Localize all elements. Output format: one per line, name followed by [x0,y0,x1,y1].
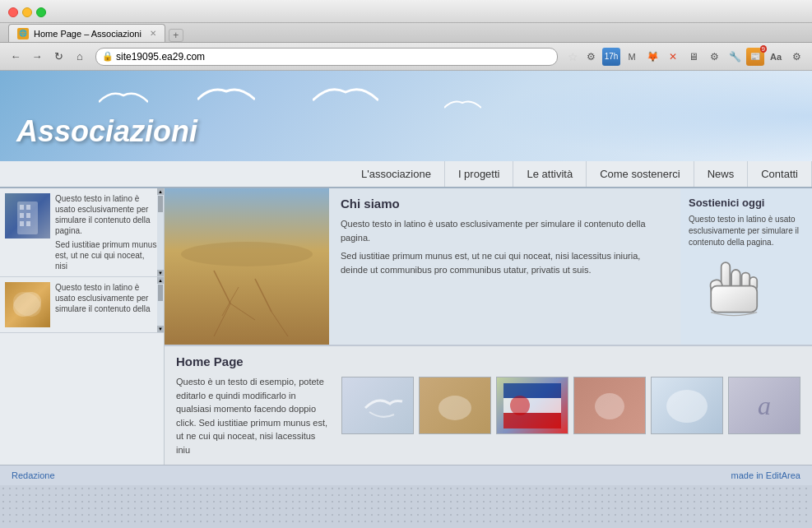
toolbar-btn-5[interactable]: 🖥 [684,48,703,66]
svg-point-23 [438,396,471,420]
nav-item-attivita[interactable]: Le attività [513,161,587,187]
left-sidebar: Questo testo in latino è usato esclusiva… [0,188,165,465]
thumb-hands-svg [426,383,484,428]
svg-rect-3 [20,213,24,218]
browser-chrome: 🌐 Home Page – Associazioni ✕ + ← → ↻ ⌂ 🔒… [0,0,812,71]
nav-item-progetti[interactable]: I progetti [445,161,514,187]
homepage-thumbs: a [341,354,800,456]
sidebar-item-2: Questo testo in latino è usato esclusiva… [0,277,164,333]
new-tab-button[interactable]: + [169,29,183,42]
sidebar-scrollbar-2[interactable]: ▲ ▼ [157,277,164,332]
thumb-3[interactable] [496,377,568,434]
center-content: Chi siamo Questo testo in latino è usato… [165,188,680,345]
thumb-6[interactable]: a [728,377,800,434]
main-content: Questo testo in latino è usato esclusiva… [0,188,812,465]
toolbar-btn-1[interactable]: ⚙ [582,48,600,66]
toolbar-btn-clock[interactable]: 17h [602,48,620,66]
seagull-1-icon [99,86,148,110]
chi-siamo-box: Chi siamo Questo testo in latino è usato… [329,188,680,345]
tab-title: Home Page – Associazioni [34,29,142,39]
content-top: Chi siamo Questo testo in latino è usato… [165,188,680,345]
toolbar-btn-aa[interactable]: Aa [767,48,785,66]
thumb-hug-svg [581,383,638,428]
svg-point-28 [595,393,624,419]
address-input[interactable] [95,48,558,66]
close-button[interactable] [8,7,18,17]
leaf-svg [5,282,50,327]
svg-rect-5 [20,221,24,226]
sidebar-item-1: Questo testo in latino è usato esclusiva… [0,188,164,277]
browser-toolbar: ← → ↻ ⌂ 🔒 ☆ ⚙ 17h M 🦊 ✕ 🖥 ⚙ 🔧 9 📰 Aa ⚙ [0,43,812,71]
scroll-up-btn[interactable]: ▲ [157,188,164,195]
svg-point-29 [666,390,708,423]
building-svg [5,193,50,239]
sostieni-text: Questo testo in latino è usato esclusiva… [689,214,804,248]
thumb-flag-svg [503,383,561,428]
toolbar-btn-gmail[interactable]: M [623,48,641,66]
nav-item-news[interactable]: News [694,161,749,187]
site-header: Associazioni [0,71,812,161]
homepage-left: Home Page Questo è un testo di esempio, … [176,354,330,456]
home-button[interactable]: ⌂ [71,48,89,66]
nav-item-contatti[interactable]: Contatti [748,161,812,187]
svg-rect-4 [26,213,30,218]
content-image [165,188,329,345]
bookmark-star-icon[interactable]: ☆ [568,50,578,63]
thumb-a-letter: a [758,391,771,421]
minimize-button[interactable] [22,7,32,17]
toolbar-btn-6[interactable]: ⚙ [705,48,723,66]
thumb-2[interactable] [419,377,491,434]
window-controls [8,7,46,17]
sidebar-item-1-text: Questo testo in latino è usato esclusiva… [55,193,159,236]
nav-item-associazione[interactable]: L'associazione [348,161,445,187]
seagull-4-icon [444,95,481,113]
browser-titlebar [0,0,812,23]
footer-made-in-prefix: made in [731,470,766,480]
reload-button[interactable]: ↻ [49,48,67,66]
nav-item-sostenerci[interactable]: Come sostenerci [587,161,694,187]
sidebar-thumb-2 [5,282,50,327]
sidebar-scrollbar-1[interactable]: ▲ ▼ [157,188,164,276]
scroll-down-btn[interactable]: ▼ [157,270,164,276]
scroll-thumb [158,196,163,212]
svg-rect-26 [503,413,561,428]
thumb-light-svg [658,383,716,428]
seagull-2-icon [197,79,255,108]
dot-background [0,485,812,526]
toolbar-btn-4[interactable]: ✕ [664,48,682,66]
center-right-wrap: Chi siamo Questo testo in latino è usato… [165,188,812,465]
footer-redazione[interactable]: Redazione [12,470,55,480]
sostieni-title: Sostienici oggi [689,197,804,209]
footer-editarea-link[interactable]: EditArea [766,470,800,480]
address-bar-lock-icon: 🔒 [102,51,114,62]
toolbar-btn-menu[interactable]: ⚙ [787,48,805,66]
address-bar-wrap: 🔒 [95,48,558,66]
back-button[interactable]: ← [7,48,25,66]
hand-cursor-icon [689,257,763,322]
desert-svg [165,188,329,345]
toolbar-btn-3[interactable]: 🦊 [643,48,661,66]
tab-favicon: 🌐 [17,28,29,39]
thumb-1[interactable] [341,377,414,434]
active-tab[interactable]: 🌐 Home Page – Associazioni ✕ [8,24,165,42]
toolbar-btn-7[interactable]: 🔧 [726,48,744,66]
svg-rect-2 [26,205,30,210]
maximize-button[interactable] [36,7,46,17]
thumb-bird-svg [349,383,406,428]
tab-bar: 🌐 Home Page – Associazioni ✕ + [0,23,812,43]
chi-siamo-para1: Questo testo in latino è usato esclusiva… [341,217,669,244]
scroll-track-2 [157,284,164,326]
thumb-5[interactable] [651,377,723,434]
toolbar-btn-badge[interactable]: 9 📰 [746,48,764,66]
svg-rect-22 [711,286,757,313]
scroll-down-btn-2[interactable]: ▼ [157,326,164,332]
tab-close-button[interactable]: ✕ [150,29,156,38]
svg-point-8 [8,287,45,322]
thumb-4[interactable] [573,377,646,434]
chi-siamo-title: Chi siamo [341,197,669,211]
site-footer: Redazione made in EditArea [0,465,812,485]
scroll-up-btn-2[interactable]: ▲ [157,277,164,284]
forward-button[interactable]: → [28,48,46,66]
scroll-thumb-2 [158,285,163,301]
homepage-title: Home Page [176,354,330,368]
